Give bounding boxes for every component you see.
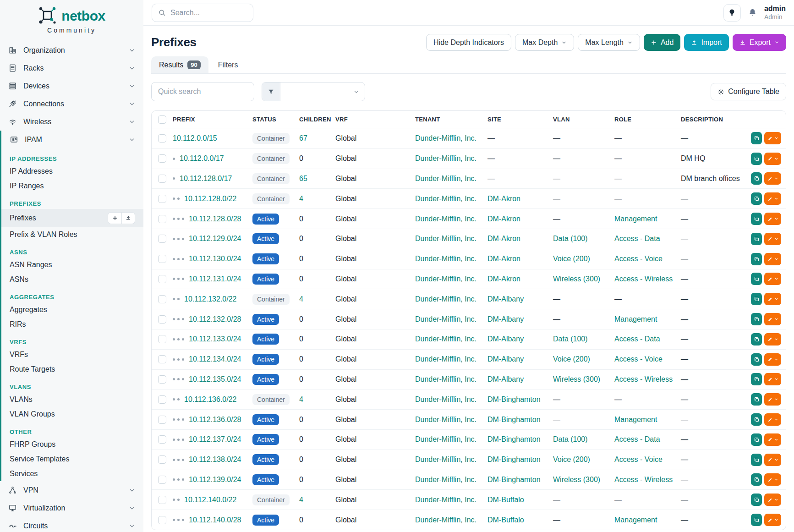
role-link[interactable]: Access - Voice: [614, 355, 663, 363]
row-checkbox[interactable]: [158, 496, 166, 504]
vlan-link[interactable]: Voice (200): [553, 255, 590, 263]
row-checkbox[interactable]: [158, 195, 166, 203]
copy-button[interactable]: [751, 454, 762, 466]
edit-button[interactable]: [764, 353, 781, 366]
column-header-vlan[interactable]: VLAN: [553, 116, 614, 123]
max-depth-dropdown[interactable]: Max Depth: [515, 34, 574, 51]
edit-button[interactable]: [764, 413, 781, 426]
column-header-role[interactable]: ROLE: [614, 116, 681, 123]
site-link[interactable]: DM-Akron: [487, 255, 520, 263]
prefix-link[interactable]: 10.112.128.0/22: [184, 195, 236, 203]
column-header-description[interactable]: DESCRIPTION: [681, 116, 751, 123]
row-checkbox[interactable]: [158, 435, 166, 444]
vlan-link[interactable]: Data (100): [553, 235, 588, 243]
copy-button[interactable]: [751, 433, 762, 446]
site-link[interactable]: DM-Akron: [487, 235, 520, 243]
edit-button[interactable]: [764, 293, 781, 305]
copy-button[interactable]: [751, 132, 762, 144]
edit-button[interactable]: [764, 393, 781, 406]
tenant-link[interactable]: Dunder-Mifflin, Inc.: [415, 134, 476, 143]
site-link[interactable]: DM-Albany: [487, 375, 524, 384]
edit-button[interactable]: [764, 253, 781, 265]
site-link[interactable]: DM-Akron: [487, 195, 520, 203]
edit-button[interactable]: [764, 333, 781, 346]
edit-button[interactable]: [764, 433, 781, 446]
sidebar-item-fhrp-groups[interactable]: FHRP Groups: [1, 437, 143, 452]
site-link[interactable]: DM-Albany: [487, 295, 524, 303]
tenant-link[interactable]: Dunder-Mifflin, Inc.: [415, 476, 476, 484]
prefix-link[interactable]: 10.112.140.0/22: [184, 496, 236, 504]
role-link[interactable]: Access - Wireless: [614, 375, 673, 384]
tenant-link[interactable]: Dunder-Mifflin, Inc.: [415, 455, 476, 464]
row-checkbox[interactable]: [158, 516, 166, 524]
sidebar-item-vrfs[interactable]: VRFs: [1, 347, 143, 362]
row-checkbox[interactable]: [158, 255, 166, 263]
site-link[interactable]: DM-Binghamton: [487, 395, 541, 404]
prefix-link[interactable]: 10.112.135.0/24: [189, 375, 241, 384]
sidebar-item-devices[interactable]: Devices: [0, 77, 143, 95]
prefix-link[interactable]: 10.112.132.0/22: [184, 295, 236, 303]
edit-button[interactable]: [764, 192, 781, 205]
column-header-vrf[interactable]: VRF: [335, 116, 415, 123]
tenant-link[interactable]: Dunder-Mifflin, Inc.: [415, 355, 476, 363]
netbox-logo[interactable]: netbox: [0, 6, 143, 26]
sidebar-item-connections[interactable]: Connections: [0, 95, 143, 113]
tenant-link[interactable]: Dunder-Mifflin, Inc.: [415, 195, 476, 203]
import-button[interactable]: Import: [684, 34, 728, 51]
prefix-link[interactable]: 10.112.134.0/24: [189, 355, 241, 363]
edit-button[interactable]: [764, 373, 781, 385]
copy-button[interactable]: [751, 313, 762, 325]
edit-button[interactable]: [764, 213, 781, 225]
sidebar-item-prefixes[interactable]: Prefixes: [1, 209, 143, 227]
tenant-link[interactable]: Dunder-Mifflin, Inc.: [415, 215, 476, 223]
site-link[interactable]: DM-Binghamton: [487, 435, 541, 444]
tenant-link[interactable]: Dunder-Mifflin, Inc.: [415, 496, 476, 504]
edit-button[interactable]: [764, 454, 781, 466]
prefix-link[interactable]: 10.112.129.0/24: [189, 235, 241, 243]
prefix-link[interactable]: 10.112.138.0/24: [189, 455, 241, 464]
role-link[interactable]: Access - Data: [614, 335, 660, 343]
tab-results[interactable]: Results 90: [151, 56, 208, 73]
tenant-link[interactable]: Dunder-Mifflin, Inc.: [415, 416, 476, 424]
row-checkbox[interactable]: [158, 154, 166, 163]
copy-button[interactable]: [751, 333, 762, 346]
children-link[interactable]: 65: [299, 175, 307, 183]
role-link[interactable]: Management: [614, 215, 657, 223]
edit-button[interactable]: [764, 153, 781, 165]
user-menu[interactable]: admin Admin: [764, 5, 786, 20]
tenant-link[interactable]: Dunder-Mifflin, Inc.: [415, 315, 476, 324]
tab-filters[interactable]: Filters: [210, 57, 246, 73]
column-header-site[interactable]: SITE: [487, 116, 553, 123]
site-link[interactable]: DM-Buffalo: [487, 496, 524, 504]
edit-button[interactable]: [764, 494, 781, 506]
copy-button[interactable]: [751, 273, 762, 285]
copy-button[interactable]: [751, 213, 762, 225]
configure-table-button[interactable]: Configure Table: [711, 83, 786, 100]
site-link[interactable]: DM-Albany: [487, 355, 524, 363]
role-link[interactable]: Access - Voice: [614, 255, 663, 263]
tenant-link[interactable]: Dunder-Mifflin, Inc.: [415, 375, 476, 384]
edit-button[interactable]: [764, 172, 781, 185]
role-link[interactable]: Management: [614, 416, 657, 424]
add-button[interactable]: Add: [644, 34, 680, 51]
site-link[interactable]: DM-Binghamton: [487, 476, 541, 484]
prefix-link[interactable]: 10.112.0.0/15: [173, 134, 217, 143]
role-link[interactable]: Access - Voice: [614, 455, 663, 464]
edit-button[interactable]: [764, 273, 781, 285]
row-checkbox[interactable]: [158, 455, 166, 464]
sidebar-import-button[interactable]: [121, 213, 135, 224]
edit-button[interactable]: [764, 313, 781, 325]
children-link[interactable]: 4: [299, 295, 303, 303]
vlan-link[interactable]: Wireless (300): [553, 375, 600, 384]
tenant-link[interactable]: Dunder-Mifflin, Inc.: [415, 435, 476, 444]
vlan-link[interactable]: Wireless (300): [553, 476, 600, 484]
prefix-link[interactable]: 10.112.133.0/24: [189, 335, 241, 343]
row-checkbox[interactable]: [158, 175, 166, 183]
vlan-link[interactable]: Data (100): [553, 435, 588, 444]
prefix-link[interactable]: 10.112.0.0/17: [180, 154, 224, 163]
vlan-link[interactable]: Data (100): [553, 335, 588, 343]
sidebar-item-ip-ranges[interactable]: IP Ranges: [1, 179, 143, 193]
children-link[interactable]: 4: [299, 496, 303, 504]
prefix-link[interactable]: 10.112.140.0/28: [189, 516, 241, 524]
tenant-link[interactable]: Dunder-Mifflin, Inc.: [415, 275, 476, 283]
